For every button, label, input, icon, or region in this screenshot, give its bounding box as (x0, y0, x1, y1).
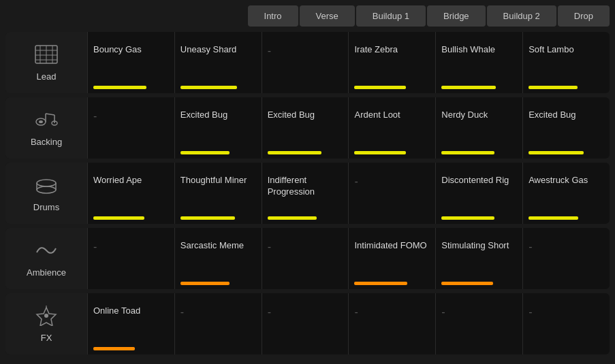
cell-text-backing-5: Excited Bug (529, 103, 604, 147)
cell-fx-buildup-2[interactable]: - (435, 293, 522, 354)
cell-bar-ambience-5 (529, 282, 604, 285)
cell-bar-fx-1 (180, 347, 256, 350)
cell-text-lead-0: Bouncy Gas (93, 37, 169, 82)
cell-ambience-buildup-2[interactable]: Stimulating Short (435, 228, 522, 289)
lead-label: Lead (37, 71, 57, 82)
cell-ambience-intro[interactable]: - (87, 228, 174, 289)
fx-icon (34, 305, 59, 329)
tab-intro[interactable]: Intro (248, 5, 298, 27)
cell-bar-ambience-4 (441, 282, 492, 285)
lead-icon (34, 44, 59, 67)
cell-text-drums-5: Awestruck Gas (529, 168, 604, 212)
ambience-icon (34, 240, 59, 263)
svg-point-16 (37, 186, 56, 193)
track-label-lead: Lead (5, 32, 87, 93)
cell-backing-buildup-1[interactable]: Excited Bug (262, 97, 349, 159)
cell-bar-backing-2 (268, 151, 322, 154)
cell-lead-buildup-1[interactable]: - (262, 32, 349, 93)
drums-cells: Worried ApeThoughtful MinerIndifferent P… (87, 163, 610, 224)
track-label-ambience: Ambience (5, 228, 87, 289)
cell-backing-intro[interactable]: - (87, 97, 174, 159)
cell-drums-verse[interactable]: Thoughtful Miner (174, 163, 262, 224)
cell-text-fx-0: Online Toad (93, 299, 169, 343)
cell-text-backing-4: Nerdy Duck (441, 103, 517, 147)
cell-drums-bridge[interactable]: - (348, 163, 435, 224)
cell-bar-lead-5 (529, 86, 578, 89)
cell-bar-ambience-2 (268, 282, 343, 285)
ambience-cells: -Sarcastic Meme-Intimidated FOMOStimulat… (87, 228, 610, 289)
cell-bar-backing-5 (529, 151, 584, 154)
cell-text-drums-2: Indifferent Progression (268, 168, 343, 212)
backing-icon (34, 110, 59, 133)
track-row-fx: FXOnline Toad----- (5, 293, 610, 354)
track-row-drums: DrumsWorried ApeThoughtful MinerIndiffer… (5, 163, 610, 224)
cell-lead-intro[interactable]: Bouncy Gas (87, 32, 174, 93)
cell-fx-bridge[interactable]: - (348, 293, 435, 354)
tab-bridge[interactable]: Bridge (427, 5, 486, 27)
cell-lead-buildup-2[interactable]: Bullish Whale (435, 32, 522, 93)
cell-text-lead-4: Bullish Whale (441, 37, 517, 82)
cell-ambience-drop[interactable]: - (522, 228, 610, 289)
cell-ambience-verse[interactable]: Sarcastic Meme (174, 228, 262, 289)
cell-text-drums-4: Discontented Rig (441, 168, 517, 212)
cell-text-lead-1: Uneasy Shard (180, 37, 256, 82)
cell-text-ambience-0: - (93, 233, 169, 278)
fx-cells: Online Toad----- (87, 293, 610, 354)
tab-verse[interactable]: Verse (300, 5, 355, 27)
cell-bar-ambience-3 (354, 282, 407, 285)
cell-bar-lead-4 (441, 86, 496, 89)
cell-fx-intro[interactable]: Online Toad (87, 293, 174, 354)
cell-fx-verse[interactable]: - (174, 293, 262, 354)
cell-drums-drop[interactable]: Awestruck Gas (522, 163, 610, 224)
tabs-row: IntroVerseBuildup 1BridgeBuildup 2Drop (0, 0, 615, 32)
cell-bar-backing-1 (180, 151, 230, 154)
cell-text-backing-2: Excited Bug (268, 103, 343, 147)
cell-ambience-buildup-1[interactable]: - (262, 228, 349, 289)
cell-text-fx-5: - (529, 299, 604, 343)
cell-lead-bridge[interactable]: Irate Zebra (348, 32, 435, 93)
cell-drums-buildup-2[interactable]: Discontented Rig (435, 163, 522, 224)
cell-ambience-bridge[interactable]: Intimidated FOMO (348, 228, 435, 289)
cell-bar-fx-0 (93, 347, 135, 350)
cell-text-backing-0: - (93, 103, 169, 147)
cell-bar-drums-4 (441, 216, 494, 220)
drums-label: Drums (33, 202, 59, 212)
cell-bar-lead-3 (354, 86, 405, 89)
track-row-backing: Backing-Excited BugExcited BugArdent Loo… (5, 97, 610, 159)
cell-backing-verse[interactable]: Excited Bug (174, 97, 262, 159)
track-row-ambience: Ambience-Sarcastic Meme-Intimidated FOMO… (5, 228, 610, 289)
cell-backing-buildup-2[interactable]: Nerdy Duck (435, 97, 522, 159)
cell-drums-buildup-1[interactable]: Indifferent Progression (262, 163, 349, 224)
lead-cells: Bouncy GasUneasy Shard-Irate ZebraBullis… (87, 32, 610, 93)
tab-buildup-1[interactable]: Buildup 1 (356, 5, 426, 27)
drums-icon (34, 175, 59, 198)
cell-fx-buildup-1[interactable]: - (262, 293, 349, 354)
cell-bar-fx-2 (268, 347, 343, 350)
cell-text-lead-5: Soft Lambo (529, 37, 604, 82)
cell-backing-bridge[interactable]: Ardent Loot (348, 97, 435, 159)
cell-fx-drop[interactable]: - (522, 293, 610, 354)
cell-lead-drop[interactable]: Soft Lambo (522, 32, 610, 93)
cell-bar-ambience-0 (93, 282, 169, 285)
cell-text-drums-3: - (354, 168, 430, 212)
cell-bar-lead-2 (268, 86, 343, 89)
cell-text-fx-1: - (180, 299, 256, 343)
cell-text-ambience-2: - (268, 233, 343, 278)
cell-bar-fx-5 (529, 347, 604, 350)
tab-buildup-2[interactable]: Buildup 2 (487, 5, 556, 27)
cell-text-drums-0: Worried Ape (93, 168, 169, 212)
cell-bar-fx-4 (441, 347, 517, 350)
main-container: IntroVerseBuildup 1BridgeBuildup 2Drop L… (0, 0, 615, 360)
cell-bar-drums-2 (268, 216, 317, 220)
cell-bar-lead-1 (180, 86, 237, 89)
cell-backing-drop[interactable]: Excited Bug (522, 97, 610, 159)
track-row-lead: LeadBouncy GasUneasy Shard-Irate ZebraBu… (5, 32, 610, 93)
cell-lead-verse[interactable]: Uneasy Shard (174, 32, 262, 93)
tab-drop[interactable]: Drop (558, 5, 610, 27)
svg-line-10 (46, 114, 54, 115)
cell-text-ambience-5: - (529, 233, 604, 278)
track-label-fx: FX (5, 293, 87, 354)
cell-drums-intro[interactable]: Worried Ape (87, 163, 174, 224)
cell-text-lead-3: Irate Zebra (354, 37, 430, 82)
cell-text-ambience-3: Intimidated FOMO (354, 233, 430, 278)
